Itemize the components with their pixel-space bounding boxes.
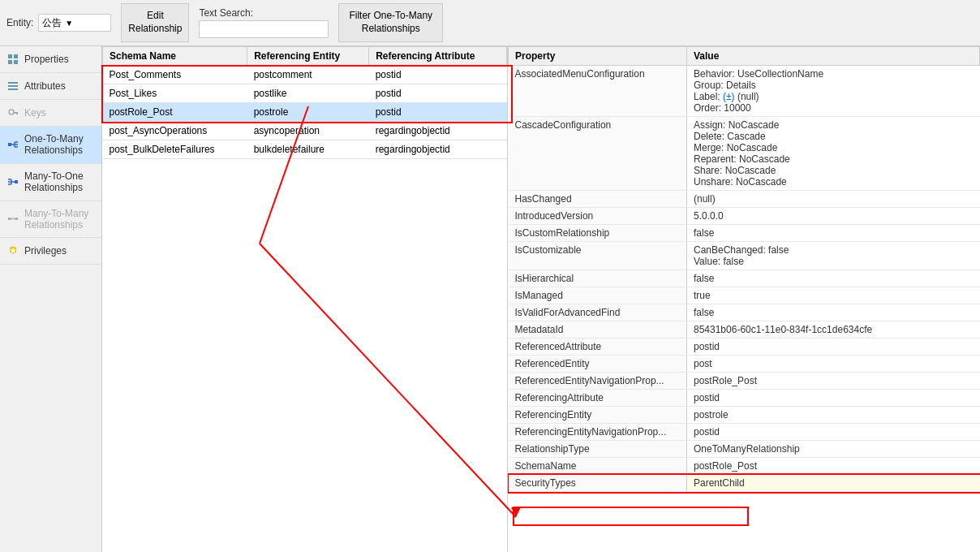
main-content: Properties Attributes Keys One-To-Many R… (0, 46, 980, 552)
prop-name-7: IsManaged (509, 287, 687, 304)
property-table-row: ReferencingEntitypostrole (509, 407, 980, 424)
property-table-row: SecurityTypesParentChild (509, 475, 980, 492)
sidebar-item-many-to-one-label: Many-To-One Relationships (24, 170, 95, 194)
property-table-row: AssociatedMenuConfigurationBehavior: Use… (509, 66, 980, 117)
cell-referencing_entity-3: asyncoperation (247, 122, 369, 140)
sidebar-item-many-to-many[interactable]: Many-To-Many Relationships (0, 201, 101, 239)
svg-rect-10 (8, 143, 11, 146)
properties-icon (6, 53, 19, 66)
edit-relationship-button[interactable]: Edit Relationship (121, 3, 189, 42)
cell-schema_name-4: post_BulkDeleteFailures (103, 140, 247, 159)
property-table-row: IsValidForAdvancedFindfalse (509, 304, 980, 321)
prop-name-5: IsCustomizable (509, 242, 687, 270)
sidebar-item-attributes[interactable]: Attributes (0, 73, 101, 100)
cell-referencing_attribute-3: regardingobjectid (369, 122, 507, 140)
cell-schema_name-2: postRole_Post (103, 103, 247, 122)
cell-schema_name-3: post_AsyncOperations (103, 122, 247, 140)
list-table-row[interactable]: Post_Likespostlikepostid (103, 84, 507, 103)
list-table-body: Post_CommentspostcommentpostidPost_Likes… (103, 66, 507, 159)
property-panel: Property Value AssociatedMenuConfigurati… (508, 46, 980, 552)
list-panel: Schema Name Referencing Entity Referenci… (102, 46, 508, 552)
col-referencing-attribute: Referencing Attribute (369, 47, 507, 66)
prop-value-2: (null) (687, 191, 980, 208)
property-table-row: IntroducedVersion5.0.0.0 (509, 208, 980, 225)
sidebar-item-one-to-many-label: One-To-Many Relationships (24, 133, 95, 157)
cell-referencing_entity-4: bulkdeletefailure (247, 140, 369, 159)
svg-rect-0 (8, 54, 12, 58)
property-scroll[interactable]: Property Value AssociatedMenuConfigurati… (508, 46, 980, 552)
prop-name-14: ReferencingEntity (509, 407, 687, 424)
col-referencing-entity: Referencing Entity (247, 47, 369, 66)
property-table-row: ReferencedEntityNavigationProp...postRol… (509, 373, 980, 390)
list-table-row[interactable]: post_AsyncOperationsasyncoperationregard… (103, 122, 507, 140)
prop-col-property: Property (509, 47, 687, 66)
prop-value-1: Assign: NoCascadeDelete: CascadeMerge: N… (687, 117, 980, 191)
cell-referencing_entity-0: postcomment (247, 66, 369, 84)
sidebar-item-privileges-label: Privileges (24, 245, 67, 257)
sidebar-item-privileges[interactable]: Privileges (0, 238, 101, 265)
prop-name-18: SecurityTypes (509, 475, 687, 492)
list-table-header: Schema Name Referencing Entity Referenci… (103, 47, 507, 66)
prop-value-7: true (687, 287, 980, 304)
prop-value-9: 85431b06-60c1-11e0-834f-1cc1de634cfe (687, 321, 980, 339)
prop-value-18: ParentChild (687, 475, 980, 492)
prop-value-10: postid (687, 339, 980, 356)
list-table-row[interactable]: post_BulkDeleteFailuresbulkdeletefailure… (103, 140, 507, 159)
property-table-row: IsCustomRelationshipfalse (509, 225, 980, 242)
prop-value-0: Behavior: UseCollectionNameGroup: Detail… (687, 66, 980, 117)
prop-value-14: postrole (687, 407, 980, 424)
prop-value-17: postRole_Post (687, 458, 980, 475)
property-table-row: ReferencingEntityNavigationProp...postid (509, 424, 980, 441)
property-table-row: CascadeConfigurationAssign: NoCascadeDel… (509, 117, 980, 191)
prop-name-0: AssociatedMenuConfiguration (509, 66, 687, 117)
sidebar-item-keys[interactable]: Keys (0, 100, 101, 127)
many-to-one-icon (6, 175, 19, 188)
prop-name-1: CascadeConfiguration (509, 117, 687, 191)
prop-name-8: IsValidForAdvancedFind (509, 304, 687, 321)
svg-rect-9 (16, 113, 18, 114)
list-table-row[interactable]: postRole_Postpostrolepostid (103, 103, 507, 122)
property-table-row: MetadataId85431b06-60c1-11e0-834f-1cc1de… (509, 321, 980, 339)
sidebar-item-one-to-many[interactable]: One-To-Many Relationships (0, 127, 101, 164)
property-table: Property Value AssociatedMenuConfigurati… (508, 46, 980, 492)
property-table-row: RelationshipTypeOneToManyRelationship (509, 441, 980, 458)
sidebar-item-attributes-label: Attributes (24, 80, 66, 92)
svg-rect-16 (15, 180, 18, 183)
svg-rect-23 (15, 218, 18, 220)
cell-referencing_entity-1: postlike (247, 84, 369, 103)
cell-referencing_attribute-2: postid (369, 103, 507, 122)
property-table-row: ReferencedAttributepostid (509, 339, 980, 356)
one-to-many-icon (6, 138, 19, 151)
svg-rect-3 (14, 60, 18, 64)
list-scroll[interactable]: Schema Name Referencing Entity Referenci… (102, 46, 507, 552)
cell-referencing_attribute-0: postid (369, 66, 507, 84)
prop-col-value: Value (687, 47, 980, 66)
prop-name-17: SchemaName (509, 458, 687, 475)
text-search-label: Text Search: (199, 7, 329, 19)
entity-section: Entity: 公告 ▼ (6, 14, 111, 32)
toolbar: Entity: 公告 ▼ Edit Relationship Text Sear… (0, 0, 980, 46)
filter-one-to-many-button[interactable]: Filter One-To-Many Relationships (338, 3, 443, 42)
prop-name-4: IsCustomRelationship (509, 225, 687, 242)
sidebar-item-many-to-one[interactable]: Many-To-One Relationships (0, 164, 101, 201)
sidebar: Properties Attributes Keys One-To-Many R… (0, 46, 102, 552)
property-table-header: Property Value (509, 47, 980, 66)
cell-schema_name-1: Post_Likes (103, 84, 247, 103)
prop-name-15: ReferencingEntityNavigationProp... (509, 424, 687, 441)
cell-referencing_entity-2: postrole (247, 103, 369, 122)
list-table-row[interactable]: Post_Commentspostcommentpostid (103, 66, 507, 84)
chevron-down-icon: ▼ (65, 19, 73, 28)
col-schema-name: Schema Name (103, 47, 247, 66)
sidebar-item-properties[interactable]: Properties (0, 46, 101, 73)
svg-rect-5 (8, 85, 18, 87)
prop-value-6: false (687, 270, 980, 287)
entity-select[interactable]: 公告 ▼ (38, 14, 111, 32)
svg-rect-6 (8, 88, 18, 90)
prop-value-3: 5.0.0.0 (687, 208, 980, 225)
cell-referencing_attribute-1: postid (369, 84, 507, 103)
prop-name-12: ReferencedEntityNavigationProp... (509, 373, 687, 390)
prop-value-15: postid (687, 424, 980, 441)
text-search-input[interactable] (199, 20, 329, 38)
property-table-row: ReferencingAttributepostid (509, 390, 980, 407)
prop-value-5: CanBeChanged: falseValue: false (687, 242, 980, 270)
